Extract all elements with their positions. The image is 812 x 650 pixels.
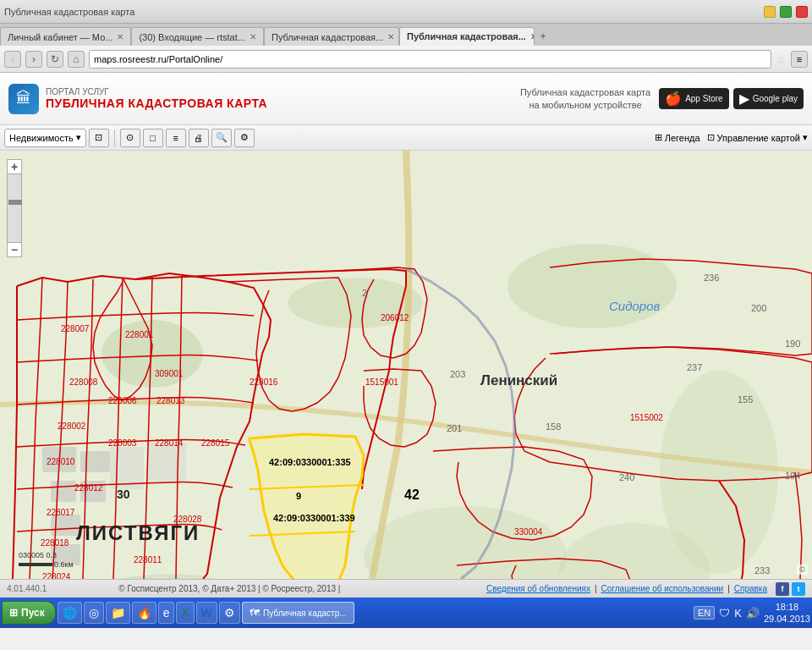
version-label: 4.01.440.1 [7, 584, 47, 593]
close-button[interactable] [796, 6, 808, 18]
reload-button[interactable]: ↻ [47, 51, 63, 68]
forward-button[interactable]: › [25, 51, 42, 68]
tab-1[interactable]: Личный кабинет — Мо... ✕ [0, 27, 131, 46]
taskbar-folder-icon[interactable]: 📁 [106, 602, 130, 624]
tab-2-close[interactable]: ✕ [250, 32, 256, 41]
excel-icon: X [181, 606, 189, 620]
zoom-controls: + − [7, 159, 22, 257]
area-tool-button[interactable]: □ [143, 129, 163, 147]
address-bar[interactable] [89, 50, 771, 69]
zoom-out-button[interactable]: − [7, 242, 22, 257]
toolbar-right: ⊞ Легенда ⊡ Управление картой ▾ [655, 132, 808, 143]
ie2-icon: e [163, 606, 170, 620]
search-button[interactable]: 🔍 [211, 129, 232, 147]
chrome-icon: ◎ [89, 606, 99, 620]
legend-button[interactable]: ⊞ Легенда [655, 132, 700, 143]
settings-tray-icon: ⚙ [224, 606, 235, 620]
bookmark-button[interactable]: ☆ [776, 52, 787, 66]
tab-1-close[interactable]: ✕ [117, 32, 123, 41]
svg-rect-8 [80, 451, 110, 472]
svg-point-4 [364, 506, 567, 579]
select-tool-button[interactable]: ⊡ [89, 129, 109, 147]
taskbar-ie-icon[interactable]: 🌐 [58, 602, 82, 624]
facebook-icon[interactable]: f [776, 582, 789, 596]
app-header: 🏛 ПОРТАЛ УСЛУГ ПУБЛИЧНАЯ КАДАСТРОВАЯ КАР… [0, 73, 812, 125]
svg-rect-12 [148, 443, 186, 481]
taskbar-chrome-icon[interactable]: ◎ [84, 602, 104, 624]
firefox-icon: 🔥 [137, 606, 151, 620]
zoom-in-button[interactable]: + [7, 159, 22, 174]
taskbar-settings-icon[interactable]: ⚙ [219, 602, 240, 624]
app-badges: 🍎 App Store ▶ Google play [659, 88, 804, 109]
antivirus-icon[interactable]: 🛡 [719, 607, 730, 620]
volume-icon[interactable]: 🔊 [746, 607, 760, 620]
taskbar-word-icon[interactable]: W [196, 602, 217, 624]
svg-marker-15 [250, 434, 364, 579]
taskbar: ⊞ Пуск 🌐 ◎ 📁 🔥 e X W ⚙ 🗺 Публичная кадас… [0, 598, 812, 628]
taskbar-right: EN 🛡 K 🔊 18:18 29.04.2013 [694, 601, 810, 625]
ie-icon: 🌐 [63, 606, 77, 620]
browser-window: Публичная кадастровая карта Личный кабин… [0, 0, 812, 598]
apple-icon: 🍎 [665, 91, 682, 107]
language-button[interactable]: EN [694, 606, 715, 620]
portal-text: ПОРТАЛ УСЛУГ ПУБЛИЧНАЯ КАДАСТРОВАЯ КАРТА [46, 87, 267, 110]
tab-bar: Личный кабинет — Мо... ✕ (30) Входящие —… [0, 24, 812, 46]
map-toolbar: Недвижимость ▾ ⊡ ⊙ □ ≡ 🖨 🔍 ⚙ ⊞ Легенда ⊡… [0, 125, 812, 151]
zoom-slider-thumb [8, 200, 22, 205]
word-icon: W [201, 606, 212, 620]
maximize-button[interactable] [780, 6, 792, 18]
property-dropdown[interactable]: Недвижимость ▾ [4, 129, 86, 147]
start-button[interactable]: ⊞ Пуск [2, 601, 56, 625]
windows-logo-icon: ⊞ [9, 607, 18, 619]
portal-brand: 🏛 ПОРТАЛ УСЛУГ ПУБЛИЧНАЯ КАДАСТРОВАЯ КАР… [8, 84, 267, 114]
map-control-icon: ⊡ [707, 132, 715, 143]
minimize-button[interactable] [764, 6, 776, 18]
svg-point-2 [508, 244, 677, 328]
measure-tool-button[interactable]: ⊙ [120, 129, 140, 147]
back-button[interactable]: ‹ [4, 51, 21, 68]
taskbar-firefox-icon[interactable]: 🔥 [132, 602, 156, 624]
scale-bar: 030005 0.3 0.6км [19, 551, 74, 569]
portal-icon: 🏛 [8, 84, 39, 114]
status-links: Сведения об обновлениях | Соглашение об … [486, 584, 767, 593]
map-control-button[interactable]: ⊡ Управление картой ▾ [707, 132, 808, 143]
map-container[interactable]: + − Сидоров Ленинский ЛИСТВЯГИ Бунгур 22… [0, 151, 812, 579]
dropdown-arrow-icon: ▾ [76, 132, 81, 143]
google-play-badge[interactable]: ▶ Google play [733, 88, 804, 109]
zoom-slider[interactable] [7, 174, 22, 242]
agreement-link[interactable]: Соглашение об использовании [601, 584, 724, 593]
svg-point-5 [42, 574, 296, 579]
social-icons: f t [776, 582, 805, 596]
status-bar: 4.01.440.1 © Госписцентр 2013, © Дата+ 2… [0, 579, 812, 598]
scale-label: 0.6км [54, 560, 74, 569]
app-store-badge[interactable]: 🍎 App Store [659, 88, 728, 109]
updates-link[interactable]: Сведения об обновлениях [486, 584, 590, 593]
taskbar-excel-icon[interactable]: X [176, 602, 194, 624]
tab-2[interactable]: (30) Входящие — rtstat... ✕ [131, 27, 264, 46]
android-icon: ▶ [739, 91, 749, 107]
map-copyright: © [797, 565, 808, 575]
svg-point-0 [102, 320, 203, 388]
taskbar-map-item[interactable]: 🗺 Публичная кадастр... [242, 602, 354, 624]
tab-3-close[interactable]: ✕ [387, 32, 394, 41]
copyright-label: © Госписцентр 2013, © Дата+ 2013 | © Рос… [118, 584, 482, 593]
kaspersky-icon[interactable]: K [734, 607, 742, 620]
legend-icon: ⊞ [655, 132, 662, 143]
settings-button[interactable]: ⚙ [234, 129, 255, 147]
window-title: Публичная кадастровая карта [4, 7, 134, 17]
clock-time: 18:18 [764, 601, 810, 613]
taskbar-ie2-icon[interactable]: e [158, 602, 175, 624]
tab-3[interactable]: Публичная кадастровая... ✕ [264, 27, 399, 46]
new-tab-button[interactable]: + [535, 27, 551, 46]
twitter-icon[interactable]: t [792, 582, 805, 596]
help-link[interactable]: Справка [734, 584, 767, 593]
header-right: Публичная кадастровая картана мобильном … [520, 86, 804, 111]
browser-toolbar: ‹ › ↻ ⌂ ☆ ≡ [0, 46, 812, 73]
home-button[interactable]: ⌂ [68, 51, 85, 68]
separator-1 [114, 129, 115, 146]
portal-title: ПУБЛИЧНАЯ КАДАСТРОВАЯ КАРТА [46, 96, 267, 110]
print-button[interactable]: 🖨 [189, 129, 209, 147]
layers-button[interactable]: ≡ [166, 129, 186, 147]
tab-4[interactable]: Публичная кадастровая... ✕ [399, 27, 535, 46]
menu-button[interactable]: ≡ [791, 51, 808, 68]
